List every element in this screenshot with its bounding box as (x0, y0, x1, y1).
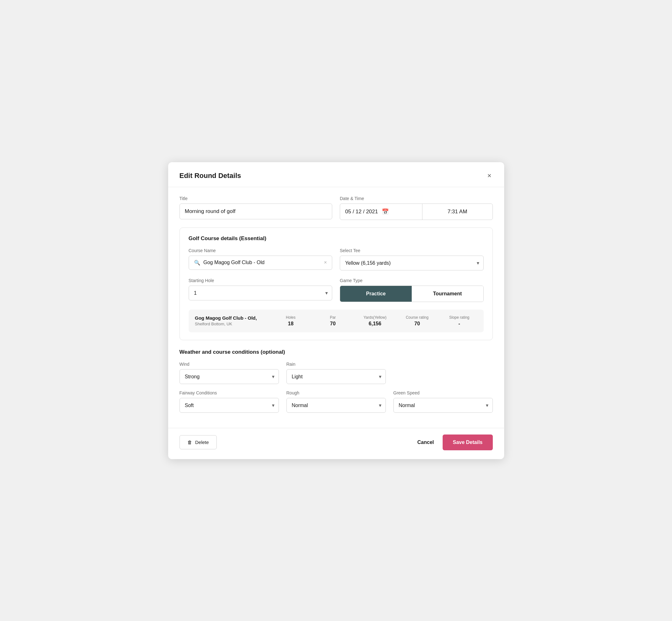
date-value: 05 / 12 / 2021 (345, 209, 378, 215)
rough-dropdown[interactable]: Short Normal Long (287, 398, 386, 413)
course-rating-value: 70 (414, 321, 420, 327)
game-type-group: Game Type Practice Tournament (340, 278, 484, 302)
par-value: 70 (330, 321, 336, 327)
calendar-icon: 📅 (382, 208, 389, 215)
starting-hole-dropdown[interactable]: 123 456 78910 (189, 286, 333, 300)
slope-rating-value: - (458, 321, 460, 327)
course-rating-stat: Course rating 70 (399, 315, 435, 327)
rough-wrapper: Short Normal Long ▾ (287, 398, 386, 413)
modal-header: Edit Round Details × (168, 162, 504, 187)
fairway-label: Fairway Conditions (179, 390, 279, 396)
title-label: Title (179, 196, 333, 201)
course-info-row: Gog Magog Golf Club - Old, Shelford Bott… (189, 309, 484, 332)
rain-dropdown[interactable]: None Light Moderate Heavy (287, 369, 386, 384)
tournament-toggle[interactable]: Tournament (412, 286, 483, 302)
save-button[interactable]: Save Details (443, 434, 493, 450)
delete-button[interactable]: 🗑 Delete (179, 435, 217, 449)
wind-wrapper: Calm Light Moderate Strong Very Strong ▾ (179, 369, 279, 384)
cancel-button[interactable]: Cancel (417, 440, 434, 445)
holes-stat: Holes 18 (273, 315, 309, 327)
rain-label: Rain (287, 362, 386, 367)
course-info-name: Gog Magog Golf Club - Old, Shelford Bott… (195, 315, 266, 326)
fairway-dropdown[interactable]: Dry Normal Soft Wet (179, 398, 279, 413)
datetime-label: Date & Time (340, 196, 493, 201)
wind-rain-row: Wind Calm Light Moderate Strong Very Str… (179, 362, 493, 384)
par-label: Par (330, 315, 336, 320)
slope-rating-stat: Slope rating - (442, 315, 477, 327)
title-input[interactable] (179, 204, 333, 219)
course-name-group: Course Name 🔍 × (189, 248, 333, 271)
green-speed-dropdown[interactable]: Slow Normal Fast Very Fast (393, 398, 493, 413)
course-tee-row: Course Name 🔍 × Select Tee Yellow (6,156… (189, 248, 484, 271)
date-time-row: 05 / 12 / 2021 📅 7:31 AM (340, 204, 493, 220)
course-name-label: Course Name (189, 248, 333, 253)
time-field[interactable]: 7:31 AM (422, 204, 493, 220)
rough-label: Rough (287, 390, 386, 396)
delete-label: Delete (195, 440, 209, 445)
yards-value: 6,156 (369, 321, 381, 327)
yards-stat: Yards(Yellow) 6,156 (357, 315, 393, 327)
green-speed-wrapper: Slow Normal Fast Very Fast ▾ (393, 398, 493, 413)
fairway-col: Fairway Conditions Dry Normal Soft Wet ▾ (179, 390, 279, 413)
starting-hole-group: Starting Hole 123 456 78910 ▾ (189, 278, 333, 302)
slope-rating-label: Slope rating (449, 315, 469, 320)
date-field[interactable]: 05 / 12 / 2021 📅 (340, 204, 422, 220)
modal-title: Edit Round Details (179, 172, 241, 180)
modal-footer: 🗑 Delete Cancel Save Details (168, 428, 504, 459)
fairway-wrapper: Dry Normal Soft Wet ▾ (179, 398, 279, 413)
course-rating-label: Course rating (406, 315, 428, 320)
green-speed-label: Green Speed (393, 390, 493, 396)
weather-section-title: Weather and course conditions (optional) (179, 349, 493, 355)
trash-icon: 🗑 (187, 440, 192, 445)
course-name-input[interactable] (204, 260, 321, 265)
game-type-toggle: Practice Tournament (340, 286, 484, 302)
green-speed-col: Green Speed Slow Normal Fast Very Fast ▾ (393, 390, 493, 413)
golf-course-section-title: Golf Course details (Essential) (189, 236, 484, 242)
course-name-display: Gog Magog Golf Club - Old, (195, 315, 266, 321)
yards-label: Yards(Yellow) (364, 315, 386, 320)
select-tee-dropdown[interactable]: Yellow (6,156 yards) White Red Blue (340, 256, 484, 271)
footer-right: Cancel Save Details (417, 434, 493, 450)
game-type-label: Game Type (340, 278, 484, 283)
datetime-field-group: Date & Time 05 / 12 / 2021 📅 7:31 AM (340, 196, 493, 220)
fairway-rough-green-row: Fairway Conditions Dry Normal Soft Wet ▾… (179, 390, 493, 413)
wind-dropdown[interactable]: Calm Light Moderate Strong Very Strong (179, 369, 279, 384)
clear-course-icon[interactable]: × (324, 260, 327, 265)
rough-col: Rough Short Normal Long ▾ (287, 390, 386, 413)
close-button[interactable]: × (486, 171, 493, 180)
select-tee-label: Select Tee (340, 248, 484, 253)
weather-section: Weather and course conditions (optional)… (179, 349, 493, 413)
title-field-group: Title (179, 196, 333, 220)
wind-label: Wind (179, 362, 279, 367)
hole-gametype-row: Starting Hole 123 456 78910 ▾ Game Type … (189, 278, 484, 302)
practice-toggle[interactable]: Practice (340, 286, 412, 302)
golf-course-section: Golf Course details (Essential) Course N… (179, 227, 493, 340)
wind-col: Wind Calm Light Moderate Strong Very Str… (179, 362, 279, 384)
course-location: Shelford Bottom, UK (195, 322, 266, 326)
modal-body: Title Date & Time 05 / 12 / 2021 📅 7:31 … (168, 187, 504, 428)
holes-value: 18 (288, 321, 294, 327)
starting-hole-label: Starting Hole (189, 278, 333, 283)
time-value: 7:31 AM (447, 209, 467, 215)
select-tee-group: Select Tee Yellow (6,156 yards) White Re… (340, 248, 484, 271)
edit-round-modal: Edit Round Details × Title Date & Time 0… (168, 162, 504, 459)
par-stat: Par 70 (315, 315, 351, 327)
select-tee-wrapper: Yellow (6,156 yards) White Red Blue ▾ (340, 256, 484, 271)
holes-label: Holes (286, 315, 296, 320)
search-icon: 🔍 (194, 260, 200, 266)
title-date-row: Title Date & Time 05 / 12 / 2021 📅 7:31 … (179, 196, 493, 220)
starting-hole-wrapper: 123 456 78910 ▾ (189, 286, 333, 300)
rain-wrapper: None Light Moderate Heavy ▾ (287, 369, 386, 384)
course-search-wrapper: 🔍 × (189, 256, 333, 270)
rain-col: Rain None Light Moderate Heavy ▾ (287, 362, 386, 384)
